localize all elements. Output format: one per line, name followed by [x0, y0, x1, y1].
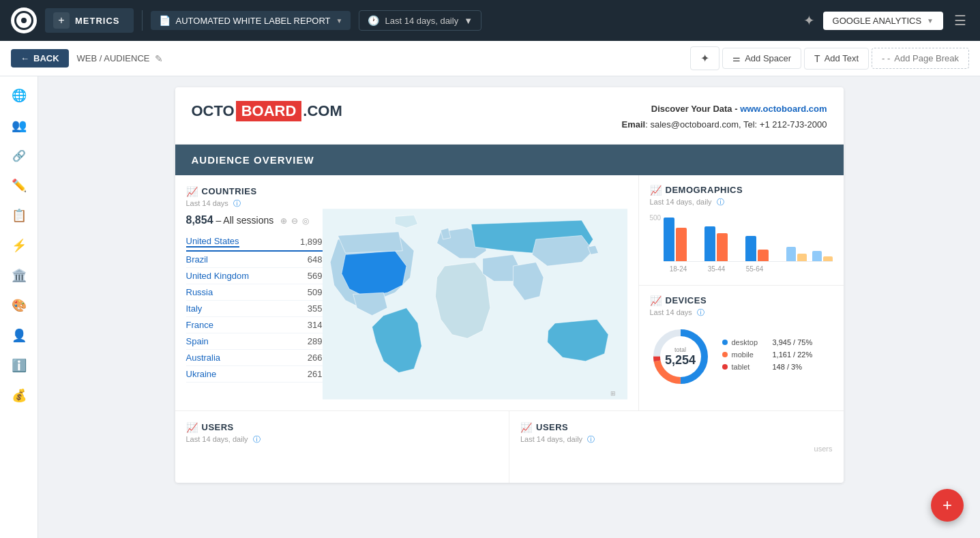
bar-group-extra1	[786, 247, 807, 262]
report-header: OCTO BOARD .COM Discover Your Data - www…	[175, 87, 844, 145]
world-map-svg: ⊞	[323, 209, 627, 400]
demo-info-icon: ⓘ	[717, 198, 724, 206]
logo-com: .COM	[303, 102, 342, 120]
contact-area: Discover Your Data - www.octoboard.com E…	[622, 101, 827, 133]
country-name[interactable]: Australia	[186, 353, 221, 363]
bottom-card-users-2: 📈 USERS Last 14 days, daily ⓘ users	[509, 411, 844, 483]
x-axis-labels: 18-24 35-44 55-64	[664, 265, 833, 273]
sidebar-item-audience[interactable]: 👥	[5, 112, 33, 139]
bottom-cards: 📈 USERS Last 14 days, daily ⓘ 📈 USERS	[175, 410, 844, 483]
country-name[interactable]: Spain	[186, 336, 209, 346]
devices-content: total 5,254 desktop 3,945 / 75%	[650, 326, 833, 387]
table-row: Australia 266	[186, 350, 323, 366]
countries-split: 8,854 – All sessions ⊕ ⊖ ◎ United States…	[186, 209, 627, 400]
sidebar-item-library[interactable]: 🏛️	[5, 262, 33, 289]
report-selector[interactable]: 📄 AUTOMATED WHITE LABEL REPORT ▼	[151, 11, 351, 30]
countries-section: 📈 COUNTRIES Last 14 days ⓘ 8,854 – All s…	[175, 175, 639, 410]
sidebar-item-design[interactable]: 🎨	[5, 292, 33, 319]
email-value: sales@octoboard.com	[650, 119, 739, 130]
tablet-dot	[722, 364, 728, 370]
table-row: Spain 289	[186, 333, 323, 350]
locate-icon[interactable]: ◎	[302, 216, 309, 226]
time-range-selector[interactable]: 🕐 Last 14 days, daily ▼	[359, 10, 481, 31]
country-name[interactable]: Ukraine	[186, 369, 217, 379]
sidebar-item-info[interactable]: ℹ️	[5, 352, 33, 379]
country-value: 569	[308, 271, 323, 281]
logo-button[interactable]	[11, 8, 37, 33]
country-value: 509	[308, 287, 323, 297]
devices-trend-icon: 📈	[650, 295, 662, 306]
sidebar-item-edit[interactable]: ✏️	[5, 172, 33, 199]
device-legend: desktop 3,945 / 75% mobile 1,161 / 22%	[722, 338, 813, 375]
add-spacer-button[interactable]: ⚌ Add Spacer	[722, 48, 801, 69]
countries-title: COUNTRIES	[202, 186, 257, 196]
chart-baseline	[664, 261, 833, 262]
devices-subtitle: Last 14 days ⓘ	[650, 308, 833, 318]
country-value: 266	[308, 353, 323, 363]
age-label-18-24: 18-24	[664, 265, 694, 273]
country-name[interactable]: Italy	[186, 303, 203, 314]
device-row-tablet: tablet 148 / 3%	[722, 363, 813, 371]
users2-subtitle: Last 14 days, daily ⓘ	[520, 434, 833, 445]
analytics-chevron-icon: ▼	[927, 17, 934, 25]
country-value: 355	[308, 303, 323, 314]
country-name[interactable]: Russia	[186, 287, 213, 297]
bar-35-44-male	[704, 226, 715, 262]
country-list: 8,854 – All sessions ⊕ ⊖ ◎ United States…	[186, 214, 323, 383]
users2-trend-icon: 📈	[520, 422, 532, 433]
country-name[interactable]: United States	[186, 236, 239, 248]
devices-title: DEVICES	[666, 295, 707, 305]
users1-chart-placeholder	[186, 445, 499, 472]
sidebar-item-reports[interactable]: 📋	[5, 202, 33, 229]
sidebar-item-web[interactable]: 🌐	[5, 82, 33, 109]
countries-subtitle: Last 14 days ⓘ	[186, 198, 627, 209]
edit-icon[interactable]: ✎	[155, 53, 163, 64]
sidebar-item-profile[interactable]: 👤	[5, 322, 33, 349]
plus-icon[interactable]: ⊕	[280, 216, 287, 226]
add-spacer-label: Add Spacer	[745, 53, 791, 63]
time-chevron-icon: ▼	[464, 16, 473, 26]
desktop-value: 3,945 / 75%	[773, 338, 813, 346]
world-map-container: ⊞	[323, 209, 627, 400]
table-row: France 314	[186, 317, 323, 333]
sidebar: 🌐 👥 🔗 ✏️ 📋 ⚡ 🏛️ 🎨 👤 ℹ️ 💰	[0, 76, 38, 538]
spacer-icon: ⚌	[732, 53, 741, 63]
analytics-selector[interactable]: GOOGLE ANALYTICS ▼	[823, 12, 943, 30]
minus-icon[interactable]: ⊖	[291, 216, 298, 226]
plus-button[interactable]: +	[53, 12, 70, 29]
fab-button[interactable]: +	[931, 489, 964, 522]
spark-icon[interactable]: ✦	[803, 12, 815, 29]
sidebar-item-billing[interactable]: 💰	[5, 382, 33, 409]
right-column: 📈 DEMOGRAPHICS Last 14 days, daily ⓘ 500	[639, 175, 844, 410]
breadcrumb-text: WEB / AUDIENCE	[77, 53, 150, 63]
bar-group-55-64	[745, 236, 769, 262]
clock-icon: 🕐	[368, 15, 379, 26]
table-row: United Kingdom 569	[186, 268, 323, 284]
bar-18-24-male	[664, 218, 674, 262]
total-label: total	[665, 346, 696, 353]
bar-group-18-24	[664, 218, 687, 262]
add-text-button[interactable]: T Add Text	[804, 48, 869, 70]
donut-total-label: total 5,254	[665, 346, 696, 367]
table-row: United States 1,899	[186, 233, 323, 252]
device-row-desktop: desktop 3,945 / 75%	[722, 338, 813, 346]
add-page-break-button[interactable]: - - Add Page Break	[872, 48, 969, 69]
hamburger-icon[interactable]: ☰	[951, 10, 969, 31]
users-text-label: users	[814, 445, 833, 453]
back-label: BACK	[33, 53, 59, 63]
chevron-down-icon: ▼	[336, 17, 343, 25]
sidebar-item-links[interactable]: 🔗	[5, 142, 33, 169]
y-axis-label: 500	[650, 214, 662, 222]
country-name[interactable]: United Kingdom	[186, 271, 250, 281]
sidebar-item-flash[interactable]: ⚡	[5, 232, 33, 259]
fab-plus-icon: +	[942, 496, 952, 515]
country-name[interactable]: Brazil	[186, 254, 209, 265]
magic-button[interactable]: ✦	[690, 46, 719, 70]
back-button[interactable]: ← BACK	[11, 49, 69, 68]
total-value: 5,254	[665, 353, 696, 367]
content-area: OCTO BOARD .COM Discover Your Data - www…	[38, 76, 980, 538]
country-value: 648	[308, 254, 323, 265]
demographics-chart: 500	[650, 214, 833, 275]
discover-text: Discover Your Data - www.octoboard.com	[622, 101, 827, 117]
country-name[interactable]: France	[186, 320, 213, 330]
